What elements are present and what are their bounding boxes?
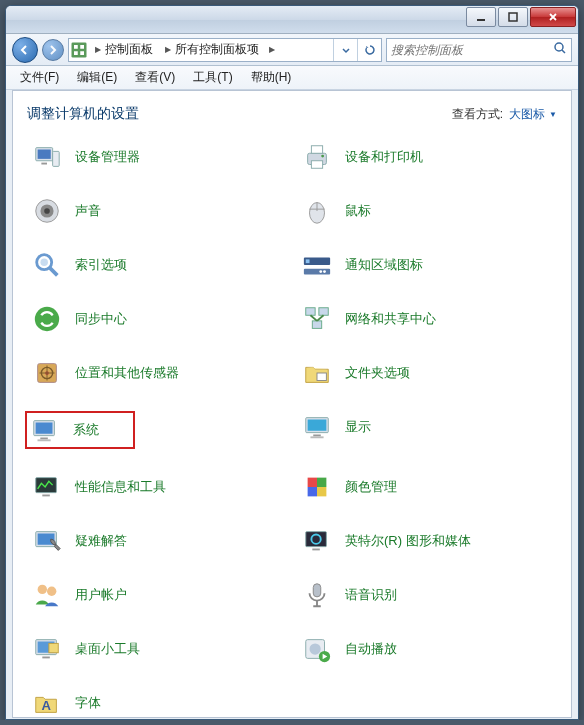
svg-rect-38 [38,439,51,441]
item-color-mgmt[interactable]: 颜色管理 [297,471,557,503]
search-box[interactable] [386,38,572,62]
svg-rect-1 [509,13,517,21]
history-dropdown[interactable] [333,39,357,61]
item-performance[interactable]: 性能信息和工具 [27,471,287,503]
item-label: 文件夹选项 [345,364,410,382]
item-label: 性能信息和工具 [75,478,166,496]
address-bar[interactable]: ▶控制面板 ▶所有控制面板项▶ [68,38,382,62]
item-location-sensors[interactable]: 位置和其他传感器 [27,357,287,389]
item-label: 设备和打印机 [345,148,423,166]
svg-rect-42 [310,436,323,438]
maximize-button[interactable] [498,7,528,27]
item-label: 网络和共享中心 [345,310,436,328]
svg-rect-37 [40,438,48,440]
control-panel-icon [69,40,89,60]
svg-rect-2 [72,42,87,57]
control-panel-window: ▶控制面板 ▶所有控制面板项▶ 文件(F) 编辑(E) 查看(V) 工具(T) … [5,5,579,720]
item-sync-center[interactable]: 同步中心 [27,303,287,335]
svg-rect-3 [74,45,78,49]
item-mouse[interactable]: 鼠标 [297,195,557,227]
svg-rect-48 [317,487,326,496]
item-network-sharing[interactable]: 网络和共享中心 [297,303,557,335]
svg-rect-40 [308,420,327,431]
chevron-right-icon: ▶ [269,45,275,54]
item-troubleshoot[interactable]: 疑难解答 [27,525,287,557]
svg-rect-36 [36,423,53,434]
refresh-button[interactable] [357,39,381,61]
search-input[interactable] [391,43,553,57]
svg-rect-45 [308,478,317,487]
svg-point-15 [321,155,324,158]
svg-point-25 [323,270,326,273]
menu-file[interactable]: 文件(F) [12,66,67,89]
item-folder-options[interactable]: 文件夹选项 [297,357,557,389]
svg-rect-10 [41,163,47,165]
minimize-button[interactable] [466,7,496,27]
item-devices-printers[interactable]: 设备和打印机 [297,141,557,173]
breadcrumb-seg-1[interactable]: ▶控制面板 [89,39,159,61]
titlebar[interactable] [6,6,578,34]
performance-icon [31,471,63,503]
svg-rect-5 [74,51,78,55]
chevron-right-icon: ▶ [95,45,101,54]
item-display[interactable]: 显示 [297,411,557,443]
system-icon [29,414,61,446]
svg-rect-6 [80,51,84,55]
svg-point-21 [40,258,48,266]
view-by-mode[interactable]: 大图标▼ [509,106,557,123]
intel-icon [301,525,333,557]
display-icon [301,411,333,443]
menu-help[interactable]: 帮助(H) [243,66,300,89]
back-button[interactable] [12,37,38,63]
svg-rect-4 [80,45,84,49]
item-label: 英特尔(R) 图形和媒体 [345,532,471,550]
chevron-right-icon: ▶ [165,45,171,54]
item-intel-graphics[interactable]: 英特尔(R) 图形和媒体 [297,525,557,557]
svg-rect-56 [313,584,321,597]
item-label: 字体 [75,694,101,712]
search-icon[interactable] [553,41,567,59]
item-label: 索引选项 [75,256,127,274]
item-device-manager[interactable]: 设备管理器 [27,141,287,173]
svg-rect-30 [312,321,321,329]
menu-edit[interactable]: 编辑(E) [69,66,125,89]
device-manager-icon [31,141,63,173]
breadcrumb-seg-2[interactable]: ▶所有控制面板项▶ [159,39,281,61]
item-gadgets[interactable]: 桌面小工具 [27,633,287,665]
items-grid: 设备管理器 设备和打印机 声音 鼠标 索引选项 通知区域图标 [27,141,557,718]
view-by: 查看方式: 大图标▼ [452,106,557,123]
item-label: 显示 [345,418,371,436]
item-sound[interactable]: 声音 [27,195,287,227]
close-button[interactable] [530,7,576,27]
navigation-row: ▶控制面板 ▶所有控制面板项▶ [6,34,578,66]
svg-point-62 [310,643,321,654]
svg-point-27 [35,307,59,331]
item-label: 系统 [73,421,99,439]
menu-tools[interactable]: 工具(T) [185,66,240,89]
autoplay-icon [301,633,333,665]
item-speech[interactable]: 语音识别 [297,579,557,611]
item-label: 颜色管理 [345,478,397,496]
item-autoplay[interactable]: 自动播放 [297,633,557,665]
svg-rect-44 [42,495,50,497]
search-index-icon [31,249,63,281]
view-by-label: 查看方式: [452,106,503,123]
fonts-icon: A [31,687,63,718]
svg-point-55 [47,587,56,596]
location-icon [31,357,63,389]
svg-rect-14 [311,161,322,169]
item-system[interactable]: 系统 [25,411,135,449]
item-indexing[interactable]: 索引选项 [27,249,287,281]
chevron-down-icon: ▼ [549,110,557,119]
forward-button[interactable] [42,39,64,61]
svg-point-18 [44,208,50,214]
item-user-accounts[interactable]: 用户帐户 [27,579,287,611]
svg-point-54 [38,585,47,594]
menu-view[interactable]: 查看(V) [127,66,183,89]
svg-rect-0 [477,19,485,21]
item-notification-icons[interactable]: 通知区域图标 [297,249,557,281]
svg-rect-9 [38,150,51,159]
item-fonts[interactable]: A 字体 [27,687,287,718]
page-title: 调整计算机的设置 [27,105,139,123]
svg-rect-34 [317,373,326,381]
